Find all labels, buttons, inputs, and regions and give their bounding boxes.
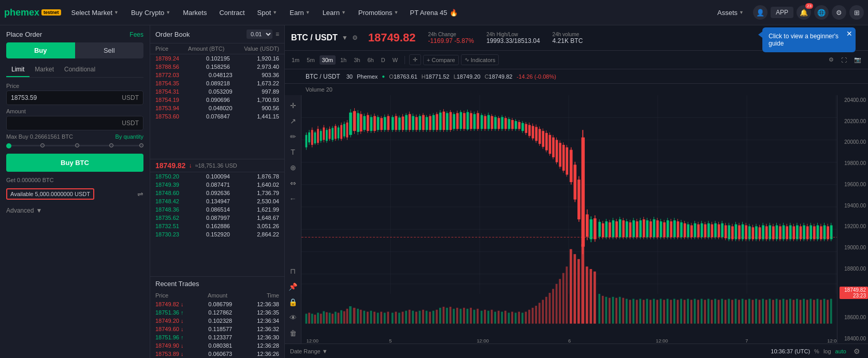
svg-rect-460: [762, 299, 764, 324]
tf-1h-button[interactable]: 1h: [338, 55, 349, 65]
delete-tool[interactable]: 🗑: [287, 327, 299, 339]
amount-input[interactable]: [11, 120, 122, 127]
close-icon[interactable]: ✕: [846, 29, 852, 38]
globe-icon[interactable]: 🌐: [814, 5, 829, 20]
table-row[interactable]: 18749.390.0874711,640.02: [150, 181, 284, 189]
list-item[interactable]: 18749.82 ↓0.08679912:36:38: [150, 300, 284, 308]
slider-handle[interactable]: [6, 143, 11, 148]
table-row[interactable]: 18753.600.0768471,441.15: [150, 112, 284, 121]
tf-3h-button[interactable]: 3h: [351, 55, 363, 65]
table-row[interactable]: 18789.240.1021951,920.16: [150, 54, 284, 63]
ob-size-select[interactable]: 0.01: [247, 29, 272, 39]
conditional-tab[interactable]: Conditional: [59, 63, 100, 77]
ob-menu-icon[interactable]: ≡: [276, 31, 279, 38]
spot-nav[interactable]: Spot ▼: [251, 0, 284, 25]
screenshot-icon[interactable]: 📷: [851, 55, 864, 65]
list-item[interactable]: 18749.90 ↓0.08038112:36:28: [150, 341, 284, 350]
table-row[interactable]: 18754.310.053209997.89: [150, 87, 284, 96]
price-field: Price USDT: [6, 83, 143, 105]
svg-rect-400: [552, 289, 554, 323]
order-book-controls: 0.01 ≡: [247, 29, 279, 39]
user-icon[interactable]: 👤: [753, 5, 768, 20]
table-row[interactable]: 18753.940.048020900.56: [150, 104, 284, 112]
date-range-button[interactable]: Date Range ▼: [290, 348, 328, 354]
settings-icon[interactable]: ⚙: [832, 5, 846, 20]
pair-dropdown-icon[interactable]: ▼: [342, 34, 348, 41]
rt-col-time: Time: [267, 292, 279, 299]
list-item[interactable]: 18753.89 ↓0.06067312:36:26: [150, 350, 284, 358]
markets-nav[interactable]: Markets: [177, 0, 213, 25]
zoom-tool[interactable]: ⇔: [287, 177, 299, 189]
fees-link[interactable]: Fees: [129, 31, 143, 38]
market-tab[interactable]: Market: [30, 63, 59, 77]
table-row[interactable]: 18772.030.048123903.36: [150, 71, 284, 79]
back-arrow-tool[interactable]: ←: [287, 192, 299, 205]
tf-1m-button[interactable]: 1m: [289, 55, 302, 65]
sell-tab[interactable]: Sell: [75, 42, 144, 58]
compare-button[interactable]: + Compare: [423, 55, 459, 65]
table-row[interactable]: 18754.190.0906961,700.93: [150, 96, 284, 104]
select-market-nav[interactable]: Select Market ▼: [65, 0, 125, 25]
tf-5m-button[interactable]: 5m: [304, 55, 317, 65]
swap-icon[interactable]: ⇌: [137, 190, 143, 198]
indicators-button[interactable]: ∿ Indicators: [461, 54, 499, 65]
beginner-guide-tooltip[interactable]: ✕ Click to view a beginner's guide: [762, 27, 856, 52]
chart-bottom-settings-icon[interactable]: ⚙: [850, 345, 863, 357]
advanced-row[interactable]: Advanced ▼: [6, 207, 143, 214]
learn-nav[interactable]: Learn ▼: [316, 0, 352, 25]
tf-6h-button[interactable]: 6h: [365, 55, 376, 65]
cursor-tool-button[interactable]: ✛: [409, 54, 421, 65]
crosshair-tool[interactable]: ✛: [287, 99, 299, 112]
grid-icon[interactable]: ⊞: [849, 5, 864, 20]
pair-settings-icon[interactable]: ⚙: [352, 34, 358, 41]
pencil-tool[interactable]: ✏: [287, 130, 299, 143]
fullscreen-icon[interactable]: ⛶: [838, 55, 849, 65]
pin-tool[interactable]: 📌: [287, 280, 299, 293]
app-button[interactable]: APP: [771, 7, 793, 18]
table-row[interactable]: 18748.360.0865141,621.99: [150, 205, 284, 214]
table-row[interactable]: 18754.350.0892181,673.22: [150, 79, 284, 87]
arrow-tool[interactable]: ↗: [287, 115, 299, 127]
table-row[interactable]: 18748.600.0926361,736.79: [150, 189, 284, 197]
list-item[interactable]: 18751.96 ↑0.12337712:36:30: [150, 333, 284, 341]
contract-nav[interactable]: Contract: [213, 0, 251, 25]
table-row[interactable]: 18788.560.1582562,973.40: [150, 63, 284, 71]
list-item[interactable]: 18749.60 ↓0.11857712:36:32: [150, 325, 284, 333]
promotions-nav[interactable]: Promotions ▼: [352, 0, 405, 25]
limit-tab[interactable]: Limit: [6, 63, 30, 77]
table-row[interactable]: 18735.620.0879971,648.67: [150, 214, 284, 222]
svg-rect-368: [443, 307, 445, 324]
svg-text:7: 7: [745, 338, 748, 344]
measure-tool[interactable]: ⊕: [287, 161, 299, 174]
list-item[interactable]: 18749.20 ↓0.10232812:36:34: [150, 317, 284, 325]
svg-rect-335: [331, 314, 334, 323]
table-row[interactable]: 18750.200.1000941,876.78: [150, 172, 284, 181]
lock-tool[interactable]: 🔒: [287, 296, 299, 308]
buy-btc-button[interactable]: Buy BTC: [6, 154, 143, 172]
text-tool[interactable]: T: [287, 146, 299, 158]
table-row[interactable]: 18748.420.1349472,530.04: [150, 197, 284, 205]
table-row[interactable]: 18732.510.1628863,051.26: [150, 222, 284, 230]
notification-icon[interactable]: 🔔: [797, 5, 811, 20]
tf-D-button[interactable]: D: [379, 55, 388, 65]
tf-W-button[interactable]: W: [390, 55, 400, 65]
price-input[interactable]: [11, 94, 122, 101]
svg-rect-384: [498, 311, 500, 324]
earn-nav[interactable]: Earn ▼: [283, 0, 316, 25]
tf-30m-button[interactable]: 30m: [320, 55, 336, 65]
chart-settings-icon[interactable]: ⚙: [826, 55, 836, 65]
table-row[interactable]: 18730.230.1529202,864.22: [150, 230, 284, 238]
pt-arena-nav[interactable]: PT Arena 45 🔥: [404, 9, 462, 17]
logo[interactable]: phemex testnet: [4, 7, 61, 18]
slider-track[interactable]: [6, 145, 143, 146]
svg-rect-463: [772, 300, 774, 324]
buy-tab[interactable]: Buy: [6, 42, 75, 58]
assets-nav[interactable]: Assets ▼: [711, 0, 750, 25]
by-quantity-link[interactable]: By quantity: [115, 133, 143, 140]
eye-tool[interactable]: 👁: [287, 311, 299, 324]
magnet-tool[interactable]: ⊓: [287, 265, 299, 277]
list-item[interactable]: 18751.36 ↑0.12786212:36:35: [150, 308, 284, 317]
log-button[interactable]: log: [823, 348, 831, 354]
buy-crypto-nav[interactable]: Buy Crypto ▼: [125, 0, 177, 25]
auto-button[interactable]: auto: [835, 348, 846, 354]
